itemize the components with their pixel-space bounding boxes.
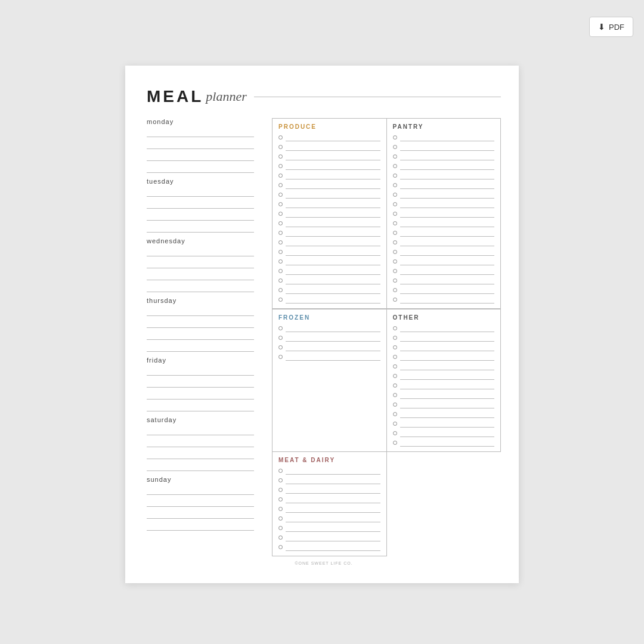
day-line[interactable] (147, 140, 254, 149)
item-line[interactable] (286, 239, 380, 246)
checkbox-circle[interactable] (393, 336, 397, 340)
item-line[interactable] (286, 324, 380, 332)
day-line[interactable] (147, 128, 254, 137)
item-line[interactable] (286, 505, 380, 513)
checkbox-circle[interactable] (278, 154, 283, 159)
item-line[interactable] (400, 143, 495, 151)
item-line[interactable] (286, 162, 380, 170)
day-line[interactable] (147, 497, 254, 507)
checkbox-circle[interactable] (393, 383, 397, 388)
item-line[interactable] (286, 334, 380, 342)
item-line[interactable] (286, 200, 380, 208)
item-line[interactable] (400, 372, 495, 380)
item-line[interactable] (400, 439, 495, 447)
item-line[interactable] (400, 210, 495, 218)
pdf-button[interactable]: ⬇ PDF (589, 17, 633, 37)
checkbox-circle[interactable] (278, 488, 283, 492)
item-line[interactable] (400, 219, 495, 227)
day-line[interactable] (147, 438, 254, 447)
checkbox-circle[interactable] (278, 298, 283, 302)
day-line[interactable] (147, 259, 254, 268)
checkbox-circle[interactable] (393, 212, 397, 216)
item-line[interactable] (400, 343, 495, 351)
day-line[interactable] (147, 366, 254, 376)
day-line[interactable] (147, 509, 254, 519)
checkbox-circle[interactable] (278, 164, 283, 168)
checkbox-circle[interactable] (278, 202, 283, 206)
item-line[interactable] (400, 429, 495, 437)
item-line[interactable] (400, 391, 495, 399)
checkbox-circle[interactable] (278, 497, 283, 501)
day-line[interactable] (147, 426, 254, 435)
checkbox-circle[interactable] (278, 526, 283, 530)
checkbox-circle[interactable] (278, 183, 283, 187)
checkbox-circle[interactable] (393, 221, 397, 225)
item-line[interactable] (286, 172, 380, 179)
checkbox-circle[interactable] (278, 145, 283, 149)
item-line[interactable] (286, 486, 380, 494)
day-line[interactable] (147, 247, 254, 256)
day-line[interactable] (147, 223, 254, 233)
item-line[interactable] (286, 210, 380, 218)
day-line[interactable] (147, 390, 254, 400)
checkbox-circle[interactable] (393, 364, 397, 369)
item-line[interactable] (400, 410, 495, 418)
checkbox-circle[interactable] (278, 174, 283, 178)
checkbox-circle[interactable] (393, 431, 397, 435)
day-line[interactable] (147, 306, 254, 316)
item-line[interactable] (400, 248, 495, 256)
day-line[interactable] (147, 163, 254, 173)
checkbox-circle[interactable] (393, 231, 397, 235)
checkbox-circle[interactable] (278, 193, 283, 197)
checkbox-circle[interactable] (278, 240, 283, 244)
item-line[interactable] (286, 543, 380, 551)
checkbox-circle[interactable] (278, 478, 283, 482)
checkbox-circle[interactable] (393, 240, 397, 244)
checkbox-circle[interactable] (393, 183, 397, 187)
day-line[interactable] (147, 462, 254, 471)
item-line[interactable] (400, 401, 495, 408)
day-line[interactable] (147, 521, 254, 531)
item-line[interactable] (400, 277, 495, 284)
checkbox-circle[interactable] (278, 545, 283, 549)
item-line[interactable] (400, 258, 495, 265)
checkbox-circle[interactable] (393, 259, 397, 264)
item-line[interactable] (286, 515, 380, 522)
checkbox-circle[interactable] (278, 231, 283, 235)
checkbox-circle[interactable] (278, 469, 283, 473)
checkbox-circle[interactable] (278, 269, 283, 273)
checkbox-circle[interactable] (278, 516, 283, 521)
day-line[interactable] (147, 330, 254, 340)
item-line[interactable] (286, 277, 380, 284)
item-line[interactable] (286, 219, 380, 227)
checkbox-circle[interactable] (393, 422, 397, 426)
item-line[interactable] (286, 229, 380, 237)
item-line[interactable] (400, 134, 495, 141)
checkbox-circle[interactable] (393, 402, 397, 407)
checkbox-circle[interactable] (393, 298, 397, 302)
item-line[interactable] (286, 534, 380, 541)
day-line[interactable] (147, 378, 254, 388)
item-line[interactable] (286, 267, 380, 275)
checkbox-circle[interactable] (393, 374, 397, 378)
item-line[interactable] (286, 134, 380, 141)
checkbox-circle[interactable] (278, 259, 283, 264)
checkbox-circle[interactable] (278, 135, 283, 140)
item-line[interactable] (286, 353, 380, 361)
item-line[interactable] (400, 162, 495, 170)
checkbox-circle[interactable] (393, 250, 397, 254)
checkbox-circle[interactable] (393, 441, 397, 445)
day-line[interactable] (147, 485, 254, 495)
checkbox-circle[interactable] (393, 145, 397, 149)
checkbox-circle[interactable] (393, 278, 397, 283)
day-line[interactable] (147, 450, 254, 459)
checkbox-circle[interactable] (278, 345, 283, 349)
day-line[interactable] (147, 271, 254, 280)
checkbox-circle[interactable] (393, 135, 397, 140)
item-line[interactable] (286, 496, 380, 503)
item-line[interactable] (400, 334, 495, 342)
item-line[interactable] (400, 172, 495, 179)
item-line[interactable] (286, 248, 380, 256)
item-line[interactable] (286, 467, 380, 475)
checkbox-circle[interactable] (393, 269, 397, 273)
